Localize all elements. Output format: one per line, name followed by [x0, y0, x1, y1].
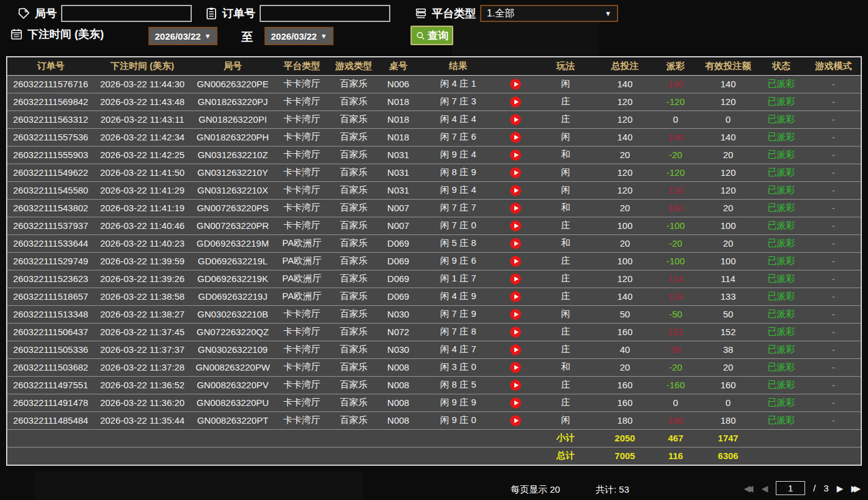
cell-play_type: 庄: [533, 394, 599, 411]
column-header-valid_bet: 有效投注额: [700, 57, 756, 75]
subtotal-row-empty-cell: [498, 429, 533, 447]
cell-payout: 140: [651, 75, 700, 93]
cell-play_type: 闲: [533, 128, 599, 146]
cell-play_type: 庄: [533, 93, 599, 111]
cell-platform: PA欧洲厅: [275, 234, 329, 252]
play-video-icon[interactable]: [510, 309, 521, 320]
total-row-empty-cell: [7, 447, 94, 465]
play-video-icon[interactable]: [510, 397, 521, 408]
cell-bet_time: 2026-03-22 11:41:19: [94, 199, 191, 217]
cell-payout: 0: [651, 111, 700, 128]
previous-page-button[interactable]: ◀: [761, 484, 768, 493]
play-video-icon[interactable]: [510, 380, 521, 391]
table-header-row: 订单号下注时间 (美东)局号平台类型游戏类型桌号结果玩法总投注派彩有效投注额状态…: [7, 57, 861, 75]
cell-round_no: GN008263220PW: [191, 358, 275, 376]
table-row: 2603221115455802026-03-22 11:41:29GN0312…: [7, 181, 861, 199]
grand-total-label: 共计:: [596, 484, 616, 495]
date-to-select[interactable]: 2026/03/22 ▼: [264, 27, 334, 45]
cell-platform: PA欧洲厅: [275, 288, 329, 305]
cell-status: 已派彩: [756, 75, 806, 93]
next-page-button[interactable]: ▶: [837, 484, 844, 493]
play-video-icon[interactable]: [510, 256, 521, 267]
cell-play: [498, 111, 533, 128]
cell-valid_bet: 120: [700, 164, 756, 181]
cell-total_bet: 100: [599, 252, 651, 270]
cell-valid_bet: 120: [700, 93, 756, 111]
play-video-icon[interactable]: [510, 327, 521, 338]
play-video-icon[interactable]: [510, 203, 521, 214]
cell-platform: 卡卡湾厅: [275, 111, 329, 128]
cell-play_type: 和: [533, 234, 599, 252]
subtotal-row-empty-cell: [418, 429, 498, 447]
cell-valid_bet: 114: [700, 270, 756, 288]
grand-total-display: 共计: 53: [596, 484, 629, 496]
cell-round_no: GD0692632219J: [191, 288, 275, 305]
clipboard-icon: [205, 7, 218, 20]
cell-result: 闲 7 庄 7: [418, 199, 498, 217]
cell-order_no: 260322111543802: [7, 199, 94, 217]
play-video-icon[interactable]: [510, 132, 521, 143]
round-number-input[interactable]: [61, 5, 192, 22]
play-video-icon[interactable]: [510, 167, 521, 178]
cell-table_no: N018: [379, 128, 418, 146]
play-video-icon[interactable]: [510, 274, 521, 284]
cell-play_type: 庄: [533, 376, 599, 394]
grand-total-value: 53: [619, 484, 629, 495]
cell-status: 已派彩: [756, 111, 806, 128]
play-video-icon[interactable]: [510, 291, 521, 302]
play-video-icon[interactable]: [510, 96, 521, 107]
subtotal-row-empty-cell: [94, 429, 191, 447]
cell-bet_time: 2026-03-22 11:41:50: [94, 164, 191, 181]
play-video-icon[interactable]: [510, 220, 521, 231]
cell-play_type: 闲: [533, 164, 599, 181]
cell-platform: PA欧洲厅: [275, 252, 329, 270]
cell-table_no: N008: [379, 358, 418, 376]
cell-status: 已派彩: [756, 358, 806, 376]
table-row: 2603221115767162026-03-22 11:44:30GN0062…: [7, 75, 861, 93]
play-video-icon[interactable]: [510, 114, 521, 125]
page-count: 3: [823, 483, 828, 493]
cell-total_bet: 160: [599, 376, 651, 394]
cell-result: 闲 9 庄 4: [418, 181, 498, 199]
subtotal-row-payout: 467: [651, 429, 700, 447]
cell-round_no: GN007263220PS: [191, 199, 275, 217]
play-video-icon[interactable]: [510, 79, 521, 90]
cell-bet_time: 2026-03-22 11:43:48: [94, 93, 191, 111]
cell-table_no: D069: [379, 270, 418, 288]
cell-result: 闲 9 庄 6: [418, 252, 498, 270]
last-page-button[interactable]: ▶▶: [851, 484, 861, 493]
play-video-icon[interactable]: [510, 344, 521, 355]
play-video-icon[interactable]: [510, 415, 521, 426]
cell-platform: 卡卡湾厅: [275, 358, 329, 376]
table-row: 2603221115336442026-03-22 11:40:23GD0692…: [7, 234, 861, 252]
cell-game_type: 百家乐: [329, 93, 379, 111]
order-number-input[interactable]: [260, 5, 390, 22]
cell-game_type: 百家乐: [329, 341, 379, 358]
cell-payout: 140: [651, 128, 700, 146]
subtotal-row-empty-cell: [329, 429, 379, 447]
cell-play_type: 庄: [533, 217, 599, 234]
cell-total_bet: 120: [599, 164, 651, 181]
column-header-payout: 派彩: [651, 57, 700, 75]
cell-result: 闲 7 庄 0: [418, 217, 498, 234]
cell-play: [498, 288, 533, 305]
cell-table_no: N008: [379, 376, 418, 394]
first-page-button[interactable]: ◀◀: [744, 484, 754, 493]
play-video-icon[interactable]: [510, 150, 521, 161]
cell-game_mode: -: [806, 128, 861, 146]
play-video-icon[interactable]: [510, 238, 521, 249]
chevron-down-icon: ▼: [321, 32, 327, 40]
page-number-input[interactable]: [776, 481, 805, 495]
date-from-select[interactable]: 2026/03/22 ▼: [148, 27, 217, 45]
cell-round_no: GN072263220QZ: [191, 323, 275, 341]
play-video-icon[interactable]: [510, 185, 521, 196]
query-button[interactable]: 查询: [410, 26, 453, 45]
cell-result: 闲 1 庄 7: [418, 270, 498, 288]
cell-play: [498, 341, 533, 358]
cell-play: [498, 164, 533, 181]
cell-game_mode: -: [806, 217, 861, 234]
play-video-icon[interactable]: [510, 362, 521, 373]
platform-type-select[interactable]: 1.全部 ▼: [480, 5, 618, 22]
cell-valid_bet: 0: [700, 394, 756, 411]
search-icon: [415, 31, 426, 41]
